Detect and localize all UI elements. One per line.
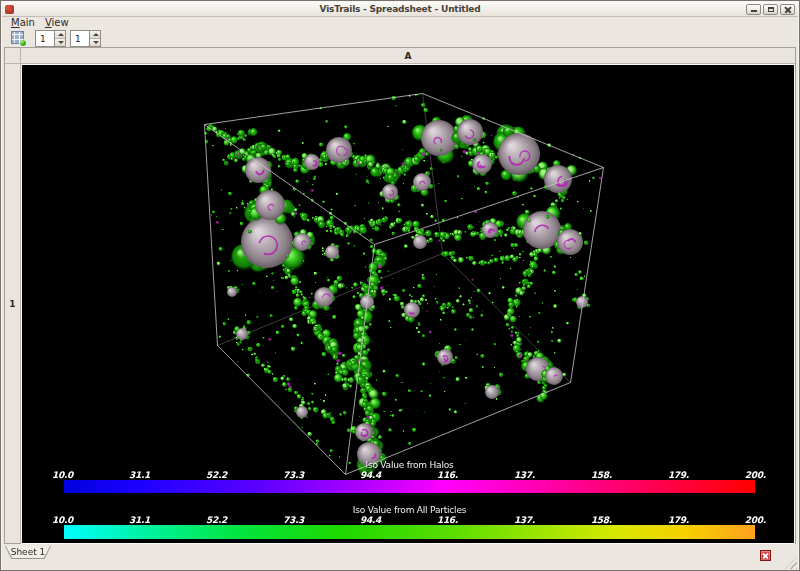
colorbar-halos-ticks: 10.031.152.273.394.4116.137.158.179.200. <box>52 470 766 480</box>
column-count-spinbox[interactable]: 1 <box>70 30 101 47</box>
colorbar-tick-label: 52.2 <box>206 515 227 525</box>
column-count-value: 1 <box>71 31 89 46</box>
colorbar-tick-label: 179. <box>668 470 689 480</box>
green-dot-icon <box>19 39 27 47</box>
menu-main[interactable]: Main <box>6 17 40 29</box>
row-spin-up-icon[interactable] <box>55 31 65 39</box>
tab-sheet1[interactable]: Sheet 1 <box>5 546 51 559</box>
colorbar-tick-label: 158. <box>591 470 612 480</box>
row-spin-down-icon[interactable] <box>55 39 65 46</box>
colorbar-tick-label: 73.3 <box>283 470 304 480</box>
toolbar: 1 1 <box>3 29 797 47</box>
colorbar-tick-label: 116. <box>437 470 458 480</box>
colorbar-tick-label: 137. <box>514 470 535 480</box>
maximize-button[interactable] <box>763 4 778 15</box>
minimize-icon <box>751 10 757 12</box>
colorbar-tick-label: 10.0 <box>52 515 73 525</box>
colorbar-particles-gradient <box>64 525 755 539</box>
vistrails-spreadsheet-window: VisTrails - Spreadsheet - Untitled Main … <box>0 0 800 571</box>
window-title: VisTrails - Spreadsheet - Untitled <box>2 4 798 14</box>
colorbar-tick-label: 31.1 <box>129 515 150 525</box>
colorbar-tick-label: 179. <box>668 515 689 525</box>
row-count-spinbox[interactable]: 1 <box>35 30 66 47</box>
colorbar-halos: Iso Value from Halos 10.031.152.273.394.… <box>22 460 794 496</box>
maximize-icon <box>768 7 774 12</box>
close-button[interactable] <box>780 4 795 15</box>
spreadsheet-panel: A 1 Iso Value from Halos 10.031.152.273.… <box>4 47 796 544</box>
resize-grip[interactable] <box>785 557 797 569</box>
colorbar-tick-label: 10.0 <box>52 470 73 480</box>
row-count-value: 1 <box>36 31 54 46</box>
minimize-button[interactable] <box>746 4 761 15</box>
colorbar-particles: Iso Value from All Particles 10.031.152.… <box>22 505 794 541</box>
colorbar-tick-label: 52.2 <box>206 470 227 480</box>
colorbar-tick-label: 200. <box>745 470 766 480</box>
colorbar-tick-label: 94.4 <box>360 470 381 480</box>
sheet-grid-icon <box>11 31 24 44</box>
colorbar-tick-label: 73.3 <box>283 515 304 525</box>
window-controls <box>746 4 795 15</box>
tab-bar: Sheet 1 <box>2 545 798 570</box>
tabbar-close-button[interactable] <box>760 550 771 561</box>
column-header-A[interactable]: A <box>21 48 795 64</box>
colorbar-tick-label: 31.1 <box>129 470 150 480</box>
menubar: Main View <box>3 17 797 29</box>
colorbar-tick-label: 200. <box>745 515 766 525</box>
spreadsheet-cell-A1[interactable]: Iso Value from Halos 10.031.152.273.394.… <box>21 64 795 544</box>
menu-view[interactable]: View <box>40 17 74 29</box>
header-corner-cell <box>5 48 21 64</box>
titlebar[interactable]: VisTrails - Spreadsheet - Untitled <box>2 2 798 17</box>
col-spin-up-icon[interactable] <box>90 31 100 39</box>
new-sheet-button[interactable] <box>7 29 31 47</box>
colorbar-particles-title: Iso Value from All Particles <box>64 505 755 515</box>
colorbar-particles-ticks: 10.031.152.273.394.4116.137.158.179.200. <box>52 515 766 525</box>
colorbar-tick-label: 94.4 <box>360 515 381 525</box>
colorbar-tick-label: 137. <box>514 515 535 525</box>
colorbar-halos-title: Iso Value from Halos <box>64 460 755 470</box>
colorbar-tick-label: 116. <box>437 515 458 525</box>
colorbar-tick-label: 158. <box>591 515 612 525</box>
row-header-1[interactable]: 1 <box>5 64 21 543</box>
col-spin-down-icon[interactable] <box>90 39 100 46</box>
colorbar-halos-gradient <box>64 480 755 493</box>
